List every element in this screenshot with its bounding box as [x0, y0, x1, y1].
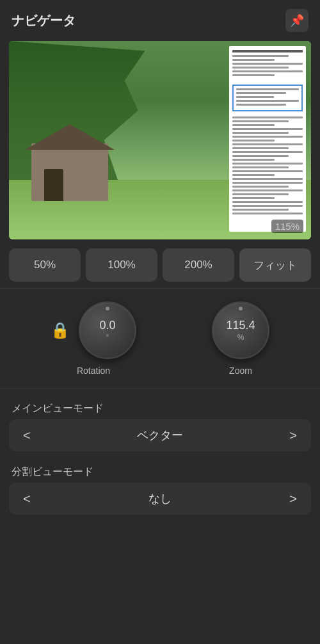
doc-line — [232, 59, 275, 61]
doc-line — [232, 166, 289, 168]
doc-line — [232, 170, 303, 172]
split-view-prev-button[interactable]: < — [18, 489, 36, 509]
divider-2 — [0, 389, 320, 389]
preview-image[interactable] — [9, 41, 311, 239]
doc-line — [236, 104, 286, 106]
doc-line — [232, 159, 275, 161]
rotation-knob-group: 🔒 0.0 ° Rotation — [51, 302, 136, 376]
doc-line — [232, 209, 289, 211]
doc-line — [232, 201, 303, 203]
doc-line — [232, 70, 303, 72]
doc-line — [232, 50, 303, 52]
rotation-knob-container: 0.0 ° — [79, 302, 136, 359]
doc-line — [232, 120, 289, 122]
doc-line — [232, 174, 275, 176]
rotation-value: 0.0 — [99, 319, 115, 333]
zoom-100-button[interactable]: 100% — [86, 248, 157, 282]
zoom-label: Zoom — [229, 366, 252, 376]
main-view-mode-row: < ベクター > — [9, 419, 311, 451]
split-view-mode-value: なし — [148, 491, 172, 506]
doc-line — [232, 178, 303, 180]
doc-line — [232, 213, 303, 214]
doc-line — [232, 128, 303, 130]
doc-line — [232, 132, 289, 134]
doc-line — [236, 88, 299, 90]
main-view-mode-value: ベクター — [137, 428, 183, 443]
zoom-unit: % — [237, 333, 244, 342]
pin-icon: 📌 — [290, 13, 304, 28]
doc-line — [232, 67, 289, 68]
doc-line — [232, 197, 275, 199]
doc-line — [232, 143, 303, 145]
rotation-label: Rotation — [77, 366, 110, 376]
doc-line — [232, 163, 303, 165]
rotation-knob[interactable]: 0.0 ° — [79, 302, 136, 359]
knobs-section: 🔒 0.0 ° Rotation 115.4 % Zoom — [0, 295, 320, 382]
doc-line — [232, 155, 289, 157]
panel-title: ナビゲータ — [12, 12, 76, 29]
zoom-fit-button[interactable]: フィット — [239, 248, 311, 282]
rotation-unit: ° — [106, 333, 109, 342]
split-view-next-button[interactable]: > — [284, 489, 302, 509]
doc-line — [232, 186, 289, 188]
doc-line — [232, 117, 303, 118]
zoom-200-button[interactable]: 200% — [163, 248, 234, 282]
doc-line — [232, 124, 275, 126]
lock-icon: 🔒 — [51, 321, 70, 339]
zoom-knob-container: 115.4 % — [212, 302, 269, 359]
split-view-mode-label: 分割ビューモード — [0, 459, 320, 483]
doc-line — [236, 100, 299, 102]
header: ナビゲータ 📌 — [0, 0, 320, 41]
pin-button[interactable]: 📌 — [285, 9, 308, 32]
divider-1 — [0, 288, 320, 289]
rotation-knob-with-lock: 🔒 0.0 ° — [51, 302, 136, 359]
doc-line — [232, 140, 275, 141]
zoom-buttons-row: 50% 100% 200% フィット — [9, 248, 311, 282]
main-view-next-button[interactable]: > — [284, 426, 302, 446]
doc-line — [232, 205, 303, 207]
doc-line — [236, 96, 274, 98]
doc-line — [232, 63, 303, 65]
doc-line — [232, 193, 289, 195]
doc-line — [232, 182, 303, 184]
image-house — [31, 143, 108, 201]
doc-line — [232, 189, 303, 191]
doc-line — [232, 147, 289, 149]
preview-area: 115% — [9, 41, 311, 239]
doc-line — [232, 151, 303, 153]
zoom-knob-group: 115.4 % Zoom — [212, 302, 269, 376]
zoom-knob[interactable]: 115.4 % — [212, 302, 269, 359]
zoom-50-button[interactable]: 50% — [9, 248, 81, 282]
doc-highlight — [232, 85, 303, 111]
split-view-mode-row: < なし > — [9, 483, 311, 515]
main-view-prev-button[interactable]: < — [18, 426, 36, 446]
document-overlay — [229, 46, 306, 232]
doc-line — [236, 92, 286, 94]
doc-line — [232, 74, 275, 76]
doc-line — [232, 55, 289, 57]
zoom-value: 115.4 — [226, 319, 255, 333]
zoom-percentage-label: 115% — [271, 220, 303, 233]
doc-line — [232, 136, 303, 138]
main-view-mode-label: メインビューモード — [0, 396, 320, 419]
